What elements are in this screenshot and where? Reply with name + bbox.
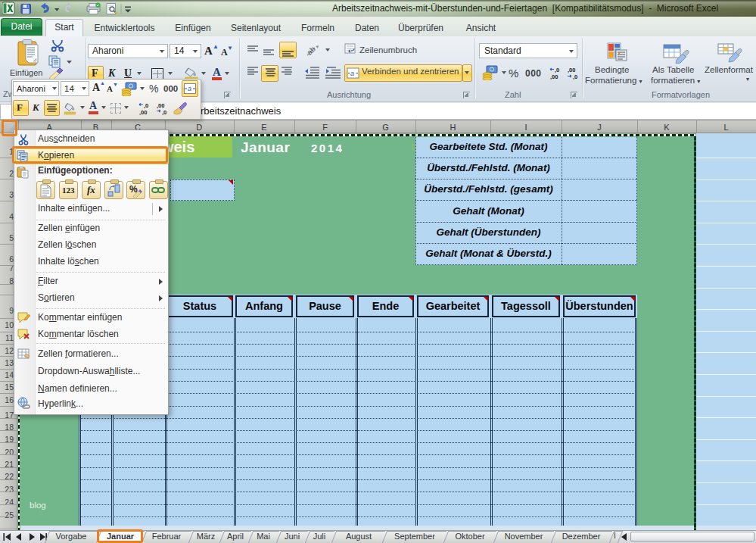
svg-text:,00: ,00 (550, 73, 558, 80)
svg-text:,00: ,00 (157, 102, 164, 109)
svg-text:,00: ,00 (568, 67, 575, 73)
svg-text:a: a (350, 70, 354, 77)
svg-text:ab: ab (305, 45, 317, 57)
svg-text:,00: ,00 (139, 109, 147, 116)
svg-text:,0: ,0 (555, 67, 559, 73)
svg-text:,0: ,0 (144, 102, 148, 109)
svg-text:,0: ,0 (162, 109, 166, 116)
svg-text:a: a (188, 85, 191, 92)
svg-text:,0: ,0 (573, 73, 577, 80)
